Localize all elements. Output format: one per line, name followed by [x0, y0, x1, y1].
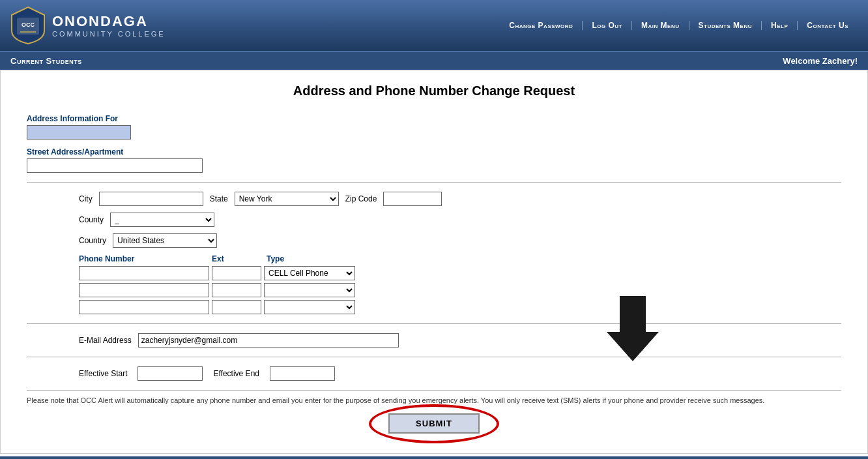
type-select-2[interactable]: CELL Cell PhoneHOME Home PhoneWORK Work … — [264, 283, 355, 297]
state-select[interactable]: AlabamaAlaskaArizonaArkansasCaliforniaCo… — [235, 192, 339, 206]
college-name-block: ONONDAGA COMMUNITY COLLEGE — [52, 13, 166, 38]
address-info-section: Address Information For — [27, 114, 841, 140]
effective-start-label: Effective Start — [79, 369, 127, 378]
college-sub: COMMUNITY COLLEGE — [52, 30, 166, 38]
effective-end-label: Effective End — [213, 369, 259, 378]
divider-3 — [27, 357, 841, 357]
email-input[interactable] — [138, 333, 399, 348]
phone-input-3[interactable] — [79, 300, 209, 314]
county-select[interactable]: _OnondagaCayugaCortlandMadisonOswego — [110, 213, 214, 227]
type-select-1[interactable]: CELL Cell PhoneHOME Home PhoneWORK Work … — [264, 266, 355, 280]
ext-input-3[interactable] — [212, 300, 261, 314]
county-label: County — [79, 215, 104, 224]
divider-2 — [27, 323, 841, 324]
phone-input-1[interactable] — [79, 266, 209, 280]
phone-row-1: CELL Cell PhoneHOME Home PhoneWORK Work … — [27, 266, 841, 280]
street-address-label: Street Address/Apartment — [27, 147, 841, 156]
ext-input-2[interactable] — [212, 283, 261, 297]
effective-row: Effective Start Effective End — [27, 366, 841, 381]
address-info-label: Address Information For — [27, 114, 841, 123]
phone-input-2[interactable] — [79, 283, 209, 297]
svg-text:OCC: OCC — [22, 22, 35, 28]
country-row: Country United StatesCanadaMexico — [27, 233, 841, 248]
type-select-3[interactable]: CELL Cell PhoneHOME Home PhoneWORK Work … — [264, 300, 355, 314]
welcome-text: Welcome Zachery! — [783, 56, 858, 66]
email-row: E-Mail Address — [27, 333, 841, 348]
footer-nav: Log Out Main Menu Students Menu Help Con… — [0, 456, 868, 459]
county-row: County _OnondagaCayugaCortlandMadisonOsw… — [27, 213, 841, 227]
page-title: Address and Phone Number Change Request — [27, 83, 841, 98]
city-input[interactable] — [99, 192, 203, 206]
notice-text: Please note that OCC Alert will automati… — [27, 390, 841, 406]
phone-section: Phone Number Ext Type CELL Cell PhoneHOM… — [27, 254, 841, 314]
submit-button[interactable]: SUBMIT — [388, 413, 480, 434]
street-address-input[interactable] — [27, 158, 203, 173]
effective-start-input[interactable] — [137, 366, 203, 381]
college-name: ONONDAGA — [52, 13, 166, 30]
type-col-label: Type — [267, 254, 358, 263]
nav-log-out[interactable]: Log Out — [583, 21, 632, 30]
email-label: E-Mail Address — [79, 336, 132, 345]
submit-container: SUBMIT — [27, 413, 841, 434]
ext-col-label: Ext — [212, 254, 264, 263]
submit-area: SUBMIT — [27, 413, 841, 434]
phone-number-col-label: Phone Number — [79, 254, 209, 263]
zip-input[interactable] — [383, 192, 442, 206]
country-label: Country — [79, 236, 106, 245]
nav-help[interactable]: Help — [762, 21, 798, 30]
city-state-row: City State AlabamaAlaskaArizonaArkansasC… — [27, 192, 841, 206]
address-info-input[interactable] — [27, 125, 131, 140]
phone-row-3: CELL Cell PhoneHOME Home PhoneWORK Work … — [27, 300, 841, 314]
phone-row-2: CELL Cell PhoneHOME Home PhoneWORK Work … — [27, 283, 841, 297]
submit-btn-wrapper: SUBMIT — [388, 413, 480, 434]
sub-header-title: Current Students — [10, 56, 82, 66]
ext-input-1[interactable] — [212, 266, 261, 280]
logo-area: OCC ONONDAGA COMMUNITY COLLEGE — [10, 6, 166, 45]
main-content: Address and Phone Number Change Request … — [0, 70, 868, 454]
header: OCC ONONDAGA COMMUNITY COLLEGE Change Pa… — [0, 0, 868, 51]
nav-main-menu[interactable]: Main Menu — [632, 21, 689, 30]
city-label: City — [79, 194, 93, 203]
main-nav: Change Password Log Out Main Menu Studen… — [500, 21, 858, 30]
effective-end-input[interactable] — [270, 366, 335, 381]
nav-students-menu[interactable]: Students Menu — [689, 21, 762, 30]
zip-label: Zip Code — [345, 194, 377, 203]
nav-change-password[interactable]: Change Password — [500, 21, 583, 30]
sub-header: Current Students Welcome Zachery! — [0, 51, 868, 70]
street-address-section: Street Address/Apartment — [27, 147, 841, 173]
country-select[interactable]: United StatesCanadaMexico — [113, 233, 217, 248]
divider-1 — [27, 182, 841, 183]
nav-contact-us[interactable]: Contact Us — [798, 21, 858, 30]
state-label: State — [210, 194, 228, 203]
phone-header-row: Phone Number Ext Type — [27, 254, 841, 263]
college-logo: OCC — [10, 6, 46, 45]
